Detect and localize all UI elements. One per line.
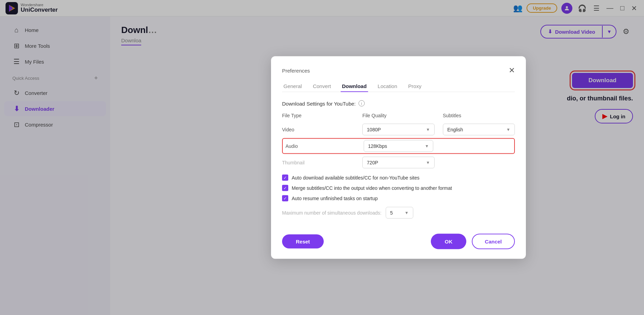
checkbox-auto-resume: ✓ Auto resume unfinished tasks on startu… <box>282 195 515 202</box>
ok-button[interactable]: OK <box>431 234 466 249</box>
preferences-modal: Preferences ✕ General Convert Download L… <box>271 56 526 259</box>
chevron-down-icon: ▼ <box>506 127 510 132</box>
tab-location[interactable]: Location <box>376 80 399 92</box>
column-headers: File Type File Quality Subtitles <box>282 113 515 121</box>
modal-tabs: General Convert Download Location Proxy <box>282 80 515 92</box>
video-row: Video 1080P ▼ English ▼ <box>282 124 515 135</box>
checkbox-auto-subtitle-label: Auto download available subtitles/CC for… <box>292 175 419 181</box>
modal-footer: Reset OK Cancel <box>282 228 515 249</box>
col-subtitles: Subtitles <box>443 113 515 118</box>
chevron-down-icon: ▼ <box>426 127 430 132</box>
max-downloads-select[interactable]: 5 ▼ <box>386 207 413 219</box>
checkbox-auto-subtitle-box[interactable]: ✓ <box>282 175 288 181</box>
checkbox-auto-resume-label: Auto resume unfinished tasks on startup <box>292 196 378 201</box>
col-file-quality: File Quality <box>362 113 434 118</box>
thumbnail-quality-select[interactable]: 720P ▼ <box>362 157 434 169</box>
modal-close-button[interactable]: ✕ <box>509 66 515 75</box>
video-type-label: Video <box>282 124 354 135</box>
settings-section-title: Download Settings for YouTube: i <box>282 100 515 107</box>
checkbox-auto-resume-box[interactable]: ✓ <box>282 195 288 202</box>
chevron-down-icon: ▼ <box>425 144 429 149</box>
audio-row-highlighted: Audio 128Kbps ▼ <box>282 138 515 154</box>
max-downloads-value: 5 <box>390 210 393 216</box>
audio-type-label: Audio <box>285 140 355 152</box>
checkbox-merge-subtitle: ✓ Merge subtitles/CC into the output vid… <box>282 185 515 191</box>
video-subtitle-select[interactable]: English ▼ <box>443 124 515 135</box>
thumbnail-type-label: Thumbnail <box>282 157 354 169</box>
reset-button[interactable]: Reset <box>282 235 324 249</box>
video-quality-select[interactable]: 1080P ▼ <box>362 124 434 135</box>
checkbox-merge-subtitle-label: Merge subtitles/CC into the output video… <box>292 185 452 191</box>
cancel-button[interactable]: Cancel <box>472 234 515 249</box>
max-downloads-row: Maximum number of simultaneous downloads… <box>282 207 515 219</box>
checkbox-section: ✓ Auto download available subtitles/CC f… <box>282 175 515 202</box>
checkbox-auto-subtitle: ✓ Auto download available subtitles/CC f… <box>282 175 515 181</box>
col-file-type: File Type <box>282 113 354 118</box>
tab-convert[interactable]: Convert <box>311 80 332 92</box>
modal-title: Preferences <box>282 67 310 73</box>
tab-proxy[interactable]: Proxy <box>407 80 423 92</box>
thumbnail-row: Thumbnail 720P ▼ <box>282 157 515 169</box>
tab-general[interactable]: General <box>282 80 303 92</box>
audio-quality-select[interactable]: 128Kbps ▼ <box>364 140 434 152</box>
chevron-down-icon: ▼ <box>426 160 430 165</box>
max-downloads-label: Maximum number of simultaneous downloads… <box>282 210 382 216</box>
tab-download[interactable]: Download <box>341 80 368 92</box>
chevron-down-icon: ▼ <box>405 210 409 215</box>
info-icon[interactable]: i <box>359 100 365 107</box>
checkbox-merge-subtitle-box[interactable]: ✓ <box>282 185 288 191</box>
modal-header: Preferences ✕ <box>282 66 515 75</box>
footer-right: OK Cancel <box>431 234 515 249</box>
